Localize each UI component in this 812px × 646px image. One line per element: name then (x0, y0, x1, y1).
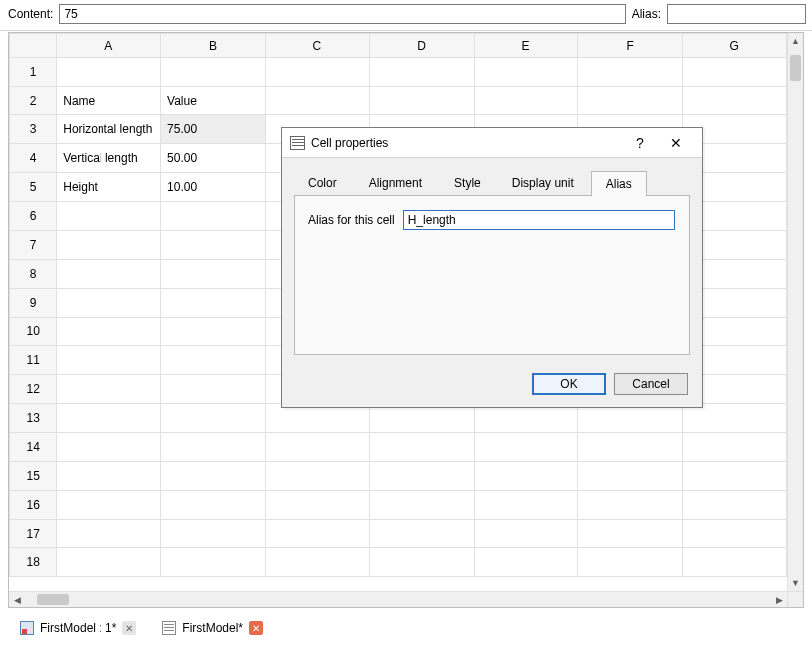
horizontal-scrollbar[interactable]: ◀ ▶ (9, 591, 787, 607)
col-header-C[interactable]: C (265, 34, 369, 58)
cell-B1[interactable] (161, 58, 266, 87)
row-header[interactable]: 1 (10, 58, 57, 87)
cell-A2[interactable]: Name (57, 87, 161, 115)
col-header-G[interactable]: G (683, 34, 787, 58)
cell-A18[interactable] (57, 548, 161, 577)
cell-B15[interactable] (161, 462, 266, 491)
cell-C1[interactable] (265, 58, 369, 87)
cell-B3[interactable]: 75.00 (161, 115, 266, 144)
row-header[interactable]: 13 (10, 404, 57, 433)
tab-alias[interactable]: Alias (591, 171, 647, 196)
cell-G14[interactable] (683, 433, 787, 462)
scroll-left-icon[interactable]: ◀ (9, 592, 25, 607)
cell-C2[interactable] (265, 87, 369, 115)
col-header-B[interactable]: B (161, 34, 266, 58)
close-icon[interactable]: ✕ (249, 621, 263, 635)
cell-E18[interactable] (474, 548, 578, 577)
cell-B5[interactable]: 10.00 (161, 173, 266, 202)
cell-A16[interactable] (57, 491, 161, 520)
cell-F16[interactable] (578, 491, 683, 520)
row-header[interactable]: 4 (10, 144, 57, 173)
close-icon[interactable]: ✕ (122, 621, 136, 635)
cell-F15[interactable] (578, 462, 683, 491)
cell-A13[interactable] (57, 404, 161, 433)
cell-C18[interactable] (265, 548, 369, 577)
cell-E14[interactable] (474, 433, 578, 462)
cell-A3[interactable]: Horizontal length (57, 115, 161, 144)
row-header[interactable]: 11 (10, 346, 57, 375)
cell-C14[interactable] (265, 433, 369, 462)
horizontal-scroll-thumb[interactable] (37, 594, 69, 605)
cell-B6[interactable] (161, 202, 266, 231)
cell-B18[interactable] (161, 548, 266, 577)
cell-B16[interactable] (161, 491, 266, 520)
doc-tab-first-model-sheet[interactable]: FirstModel* ✕ (156, 616, 269, 640)
scroll-right-icon[interactable]: ▶ (771, 592, 787, 607)
scroll-up-icon[interactable]: ▲ (788, 33, 803, 49)
cell-A4[interactable]: Vertical length (57, 144, 161, 173)
cell-A11[interactable] (57, 346, 161, 375)
tab-color[interactable]: Color (294, 170, 352, 195)
col-header-A[interactable]: A (57, 34, 161, 58)
cell-D2[interactable] (369, 87, 474, 115)
row-header[interactable]: 5 (10, 173, 57, 202)
content-input[interactable] (59, 4, 625, 24)
cell-G15[interactable] (683, 462, 787, 491)
doc-tab-first-model-view[interactable]: FirstModel : 1* ✕ (14, 616, 142, 640)
row-header[interactable]: 15 (10, 462, 57, 491)
cell-D17[interactable] (369, 520, 474, 548)
row-header[interactable]: 8 (10, 260, 57, 289)
cell-B8[interactable] (161, 260, 266, 289)
cell-G2[interactable] (683, 87, 787, 115)
cell-C15[interactable] (265, 462, 369, 491)
row-header[interactable]: 2 (10, 87, 57, 115)
cell-A17[interactable] (57, 520, 161, 548)
cell-B11[interactable] (161, 346, 266, 375)
row-header[interactable]: 10 (10, 318, 57, 346)
cell-A14[interactable] (57, 433, 161, 462)
col-header-E[interactable]: E (474, 34, 578, 58)
row-header[interactable]: 6 (10, 202, 57, 231)
cell-G1[interactable] (683, 58, 787, 87)
cell-D16[interactable] (369, 491, 474, 520)
cell-D18[interactable] (369, 548, 474, 577)
cell-E2[interactable] (474, 87, 578, 115)
cell-A1[interactable] (57, 58, 161, 87)
row-header[interactable]: 16 (10, 491, 57, 520)
cell-E16[interactable] (474, 491, 578, 520)
row-header[interactable]: 3 (10, 115, 57, 144)
dialog-titlebar[interactable]: Cell properties ? ✕ (282, 128, 702, 158)
cell-A10[interactable] (57, 318, 161, 346)
cell-D15[interactable] (369, 462, 474, 491)
cell-A7[interactable] (57, 231, 161, 260)
cell-A5[interactable]: Height (57, 173, 161, 202)
tab-style[interactable]: Style (439, 170, 496, 195)
cell-B13[interactable] (161, 404, 266, 433)
close-button[interactable]: ✕ (658, 135, 694, 151)
cell-E17[interactable] (474, 520, 578, 548)
col-header-D[interactable]: D (369, 34, 474, 58)
cell-F17[interactable] (578, 520, 683, 548)
cell-A6[interactable] (57, 202, 161, 231)
cancel-button[interactable]: Cancel (614, 373, 688, 395)
corner-header[interactable] (10, 34, 57, 58)
vertical-scrollbar[interactable]: ▲ ▼ (787, 33, 803, 591)
cell-A15[interactable] (57, 462, 161, 491)
row-header[interactable]: 18 (10, 548, 57, 577)
scroll-down-icon[interactable]: ▼ (788, 575, 803, 591)
row-header[interactable]: 9 (10, 289, 57, 318)
alias-input[interactable] (667, 4, 806, 24)
cell-E1[interactable] (474, 58, 578, 87)
cell-B2[interactable]: Value (161, 87, 266, 115)
cell-G16[interactable] (683, 491, 787, 520)
ok-button[interactable]: OK (532, 373, 606, 395)
cell-C17[interactable] (265, 520, 369, 548)
cell-F18[interactable] (578, 548, 683, 577)
cell-B9[interactable] (161, 289, 266, 318)
cell-B4[interactable]: 50.00 (161, 144, 266, 173)
cell-A8[interactable] (57, 260, 161, 289)
cell-B10[interactable] (161, 318, 266, 346)
cell-F14[interactable] (578, 433, 683, 462)
help-button[interactable]: ? (622, 135, 658, 151)
vertical-scroll-thumb[interactable] (790, 55, 801, 81)
